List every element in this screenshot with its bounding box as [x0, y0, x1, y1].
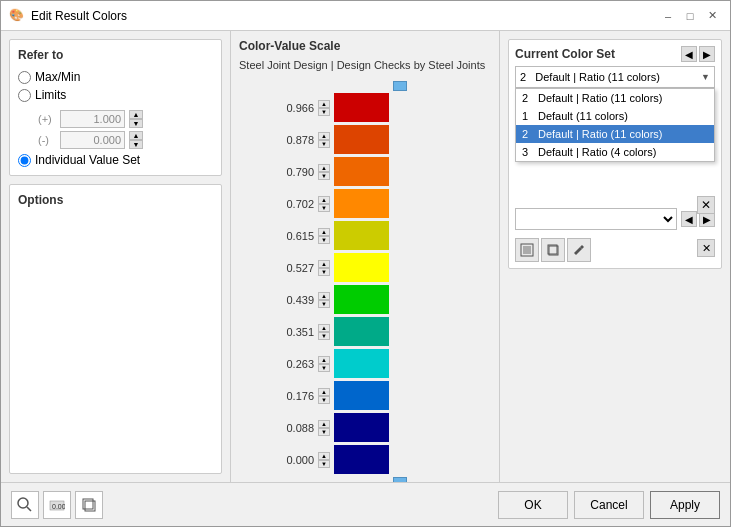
scale-down-11[interactable]: ▼: [318, 460, 330, 468]
scale-up-9[interactable]: ▲: [318, 388, 330, 396]
limit-plus-up[interactable]: ▲: [129, 110, 143, 119]
radio-maxmin: Max/Min: [18, 70, 213, 84]
maximize-button[interactable]: □: [680, 6, 700, 26]
scale-value-6: 0.439: [269, 294, 314, 306]
limit-minus-down[interactable]: ▼: [129, 140, 143, 149]
limit-minus-input[interactable]: [60, 131, 125, 149]
close-button[interactable]: ✕: [702, 6, 722, 26]
scale-down-3[interactable]: ▼: [318, 204, 330, 212]
color-set-dropdown-container: 2 Default | Ratio (11 colors) ▼ 2 Defaul…: [515, 66, 715, 88]
scale-down-7[interactable]: ▼: [318, 332, 330, 340]
scale-down-5[interactable]: ▼: [318, 268, 330, 276]
bottom-slider-handle[interactable]: [393, 477, 407, 482]
copy-button[interactable]: [541, 238, 565, 262]
edit-button[interactable]: [567, 238, 591, 262]
scale-color-1[interactable]: [334, 125, 389, 154]
current-color-header: Current Color Set ◀ ▶: [515, 46, 715, 62]
scale-color-3[interactable]: [334, 189, 389, 218]
scale-color-4[interactable]: [334, 221, 389, 250]
scale-down-10[interactable]: ▼: [318, 428, 330, 436]
scale-up-3[interactable]: ▲: [318, 196, 330, 204]
scale-spin-7: ▲ ▼: [318, 324, 330, 340]
scale-spin-6: ▲ ▼: [318, 292, 330, 308]
cancel-button[interactable]: Cancel: [574, 491, 644, 519]
scale-up-11[interactable]: ▲: [318, 452, 330, 460]
scale-spin-1: ▲ ▼: [318, 132, 330, 148]
scale-up-6[interactable]: ▲: [318, 292, 330, 300]
radio-individual-input[interactable]: [18, 154, 31, 167]
dropdown-item-2[interactable]: 2 Default | Ratio (11 colors): [516, 125, 714, 143]
scale-rows: 0.966 ▲ ▼ 0.878 ▲ ▼ 0.790 ▲ ▼ 0.702 ▲ ▼ …: [269, 92, 393, 476]
scale-up-7[interactable]: ▲: [318, 324, 330, 332]
scale-color-2[interactable]: [334, 157, 389, 186]
delete-color-set-button[interactable]: ✕: [697, 196, 715, 214]
value-nav-prev[interactable]: ◀: [681, 211, 697, 227]
radio-maxmin-input[interactable]: [18, 71, 31, 84]
radio-limits-input[interactable]: [18, 89, 31, 102]
svg-line-12: [27, 507, 31, 511]
ok-button[interactable]: OK: [498, 491, 568, 519]
scale-color-11[interactable]: [334, 445, 389, 474]
scale-down-0[interactable]: ▼: [318, 108, 330, 116]
scale-spin-9: ▲ ▼: [318, 388, 330, 404]
scale-color-8[interactable]: [334, 349, 389, 378]
item-num-3: 3: [522, 146, 534, 158]
limit-plus-row: (+) ▲ ▼: [38, 110, 213, 128]
svg-point-11: [18, 498, 28, 508]
scale-down-9[interactable]: ▼: [318, 396, 330, 404]
scale-value-1: 0.878: [269, 134, 314, 146]
limit-minus-spinner: ▲ ▼: [129, 131, 143, 149]
scale-value-9: 0.176: [269, 390, 314, 402]
dropdown-item-1[interactable]: 1 Default (11 colors): [516, 107, 714, 125]
copy-footer-button[interactable]: [75, 491, 103, 519]
limit-minus-up[interactable]: ▲: [129, 131, 143, 140]
scale-up-5[interactable]: ▲: [318, 260, 330, 268]
scale-up-10[interactable]: ▲: [318, 420, 330, 428]
nav-next-button[interactable]: ▶: [699, 46, 715, 62]
current-value-dropdown[interactable]: [515, 208, 677, 230]
scale-down-6[interactable]: ▼: [318, 300, 330, 308]
radio-limits: Limits: [18, 88, 213, 102]
scale-color-5[interactable]: [334, 253, 389, 282]
limit-plus-input[interactable]: [60, 110, 125, 128]
limit-plus-down[interactable]: ▼: [129, 119, 143, 128]
minimize-button[interactable]: –: [658, 6, 678, 26]
scale-row-5: 0.527 ▲ ▼: [269, 252, 393, 283]
main-window: 🎨 Edit Result Colors – □ ✕ Refer to Max/…: [0, 0, 731, 527]
scale-color-7[interactable]: [334, 317, 389, 346]
scale-value-8: 0.263: [269, 358, 314, 370]
scale-up-0[interactable]: ▲: [318, 100, 330, 108]
scale-down-8[interactable]: ▼: [318, 364, 330, 372]
scale-spin-11: ▲ ▼: [318, 452, 330, 468]
scale-down-2[interactable]: ▼: [318, 172, 330, 180]
item-num-1: 1: [522, 110, 534, 122]
radio-limits-label: Limits: [35, 88, 66, 102]
color-set-dropdown[interactable]: 2 Default | Ratio (11 colors) ▼: [515, 66, 715, 88]
dropdown-item-3[interactable]: 3 Default | Ratio (4 colors): [516, 143, 714, 161]
scale-up-8[interactable]: ▲: [318, 356, 330, 364]
scale-down-4[interactable]: ▼: [318, 236, 330, 244]
dropdown-item-0[interactable]: 2 Default | Ratio (11 colors): [516, 89, 714, 107]
delete-value-set-button[interactable]: ✕: [697, 239, 715, 257]
scale-spin-4: ▲ ▼: [318, 228, 330, 244]
scale-color-6[interactable]: [334, 285, 389, 314]
scale-up-4[interactable]: ▲: [318, 228, 330, 236]
scale-up-1[interactable]: ▲: [318, 132, 330, 140]
scale-up-2[interactable]: ▲: [318, 164, 330, 172]
nav-prev-button[interactable]: ◀: [681, 46, 697, 62]
left-panel: Refer to Max/Min Limits (+): [1, 31, 231, 482]
search-button[interactable]: [11, 491, 39, 519]
scale-spin-2: ▲ ▼: [318, 164, 330, 180]
item-num-0: 2: [522, 92, 534, 104]
info-button[interactable]: 0.00: [43, 491, 71, 519]
scale-color-0[interactable]: [334, 93, 389, 122]
scale-description: Steel Joint Design | Design Checks by St…: [239, 59, 491, 71]
current-color-section: Current Color Set ◀ ▶ 2 Default | Ratio …: [508, 39, 722, 269]
copy-left-button[interactable]: [515, 238, 539, 262]
current-value-section: ◀ ▶: [515, 208, 715, 262]
scale-down-1[interactable]: ▼: [318, 140, 330, 148]
top-slider-handle[interactable]: [393, 81, 407, 91]
scale-color-9[interactable]: [334, 381, 389, 410]
scale-color-10[interactable]: [334, 413, 389, 442]
apply-button[interactable]: Apply: [650, 491, 720, 519]
